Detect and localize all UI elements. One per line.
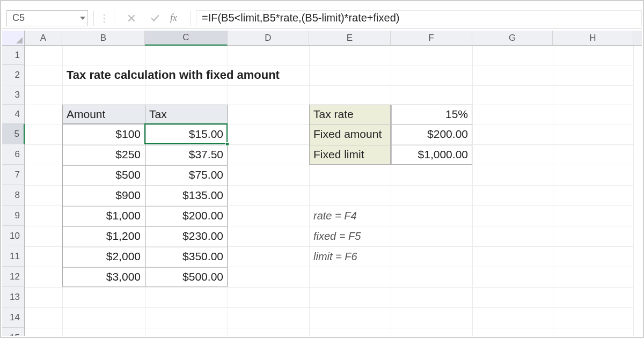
table-cell[interactable]: $2,000 [62,246,145,267]
table-header-tax[interactable]: Tax [145,105,228,124]
row-header-12[interactable]: 12 [2,267,24,287]
select-all-button[interactable] [2,31,25,46]
info-label[interactable]: Fixed amount [309,124,391,144]
column-header-F[interactable]: F [391,31,472,45]
separator [190,11,191,26]
column-header-H[interactable]: H [553,31,633,45]
table-cell[interactable]: $500 [62,165,145,185]
row-header-14[interactable]: 14 [2,307,24,328]
column-headers: ABCDEFGH [25,31,642,46]
named-range-note[interactable]: fixed = F5 [309,226,472,246]
row-header-1[interactable]: 1 [2,46,24,65]
check-icon[interactable] [148,11,163,26]
formula-input[interactable]: =IF(B5<limit,B5*rate,(B5-limit)*rate+fix… [196,10,642,26]
row-header-11[interactable]: 11 [2,246,24,267]
formula-bar: C5 ⋮ fx =IF(B5<limit,B5*rate,(B5-limit)*… [2,8,642,29]
column-header-E[interactable]: E [309,31,391,45]
row-header-9[interactable]: 9 [2,205,24,226]
fx-icon[interactable]: fx [170,12,177,24]
info-label[interactable]: Tax rate [309,105,391,124]
info-value[interactable]: $1,000.00 [391,144,472,165]
row-header-3[interactable]: 3 [2,85,24,105]
column-header-D[interactable]: D [228,31,309,45]
row-header-13[interactable]: 13 [2,287,24,307]
table-cell[interactable]: $3,000 [62,267,145,287]
table-cell[interactable]: $37.50 [145,144,228,165]
cancel-icon[interactable] [124,11,139,26]
formula-text: =IF(B5<limit,B5*rate,(B5-limit)*rate+fix… [202,12,399,24]
fill-handle[interactable] [225,142,229,146]
worksheet: ABCDEFGH 12345678910111213141516 Tax rat… [2,31,642,336]
page-title[interactable]: Tax rate calculation with fixed amount [62,65,391,85]
row-header-2[interactable]: 2 [2,65,24,85]
info-value[interactable]: $200.00 [391,124,472,144]
named-range-note[interactable]: limit = F6 [309,246,472,267]
column-header-B[interactable]: B [62,31,145,45]
table-cell[interactable]: $1,000 [62,205,145,226]
row-header-5[interactable]: 5 [2,124,25,144]
separator [114,11,114,26]
row-header-10[interactable]: 10 [2,226,24,246]
table-cell[interactable]: $1,200 [62,226,145,246]
table-cell[interactable]: $75.00 [145,165,228,185]
info-label[interactable]: Fixed limit [309,144,391,165]
named-range-note[interactable]: rate = F4 [309,205,472,226]
column-header-A[interactable]: A [25,31,62,45]
table-cell[interactable]: $15.00 [145,124,228,144]
row-headers: 12345678910111213141516 [2,46,25,336]
table-cell[interactable]: $135.00 [145,185,228,205]
more-icon: ⋮ [99,12,108,24]
row-header-8[interactable]: 8 [2,185,24,205]
table-cell[interactable]: $350.00 [145,246,228,267]
row-header-4[interactable]: 4 [2,105,24,124]
table-cell[interactable]: $100 [62,124,145,144]
table-cell[interactable]: $250 [62,144,145,165]
table-cell[interactable]: $900 [62,185,145,205]
row-header-15[interactable]: 15 [2,328,24,336]
table-cell[interactable]: $500.00 [145,267,228,287]
row-header-6[interactable]: 6 [2,144,24,165]
table-cell[interactable]: $230.00 [145,226,228,246]
name-box[interactable]: C5 [6,10,88,26]
chevron-down-icon[interactable] [80,17,85,20]
row-header-7[interactable]: 7 [2,165,24,185]
cell-grid[interactable]: Tax rate calculation with fixed amountAm… [25,46,633,336]
table-header-amount[interactable]: Amount [62,105,145,124]
separator [93,11,94,26]
table-cell[interactable]: $200.00 [145,205,228,226]
column-header-C[interactable]: C [145,31,228,46]
column-header-G[interactable]: G [472,31,553,45]
name-box-value: C5 [12,12,25,24]
info-value[interactable]: 15% [391,105,472,124]
